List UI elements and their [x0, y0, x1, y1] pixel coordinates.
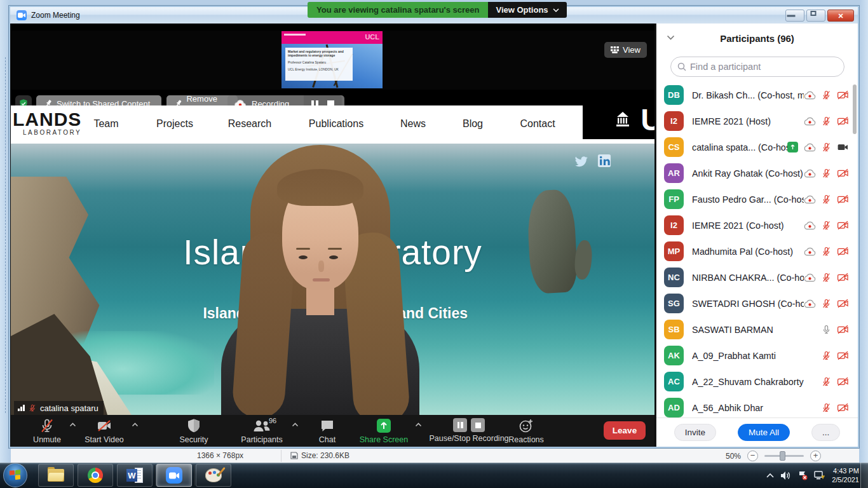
participant-row[interactable]: AK A_09_Prabhat Kamti	[656, 342, 858, 369]
participant-row[interactable]: FP Fausto Pedro Gar... (Co-host)	[656, 186, 858, 212]
person-eye	[299, 255, 308, 259]
more-options-button[interactable]: ...	[811, 424, 840, 441]
video-off-icon	[837, 403, 849, 412]
participant-row[interactable]: AD A_56_Abhik Dhar	[656, 395, 858, 417]
start-button[interactable]	[3, 463, 27, 487]
chevron-up-icon[interactable]	[292, 423, 299, 427]
nav-item-team[interactable]: Team	[93, 118, 118, 130]
slide-background: Market and regulatory prospects and impe…	[281, 44, 383, 88]
participant-row[interactable]: DB Dr. Bikash Ch... (Co-host, me)	[656, 82, 858, 108]
unmute-button[interactable]: Unmute	[22, 418, 72, 444]
zoom-level: 50%	[726, 452, 741, 461]
participant-name: NIRBAN CHAKRA... (Co-host)	[692, 273, 804, 283]
participant-row[interactable]: SG SWETADRI GHOSH (Co-host)	[656, 290, 858, 316]
nav-item-research[interactable]: Research	[228, 118, 271, 130]
view-options-button[interactable]: View Options	[488, 2, 566, 18]
chevron-up-icon[interactable]	[415, 423, 422, 427]
participant-row[interactable]: MP Madhumita Pal (Co-host)	[656, 238, 858, 264]
windows-logo-icon	[10, 470, 21, 481]
participant-name: SWETADRI GHOSH (Co-host)	[692, 299, 804, 309]
chevron-up-icon[interactable]	[69, 423, 76, 427]
avatar: FP	[664, 189, 684, 209]
mute-all-button[interactable]: Mute All	[738, 424, 790, 441]
participant-row[interactable]: I2 IEMRE 2021 (Host)	[656, 108, 858, 134]
mic-muted-icon	[822, 90, 831, 100]
participant-row[interactable]: SB SASWATI BARMAN	[656, 316, 858, 342]
recording-cloud-icon	[804, 299, 816, 308]
taskbar-zoom-button[interactable]	[156, 464, 192, 487]
participant-row[interactable]: I2 IEMRE 2021 (Co-host)	[656, 212, 858, 238]
stop-recording-icon[interactable]	[471, 418, 485, 432]
taskbar-paint-button[interactable]	[196, 464, 231, 487]
clock-time: 4:43 PM	[832, 466, 859, 475]
ucl-dome-icon	[616, 112, 630, 127]
nav-item-blog[interactable]: Blog	[463, 118, 483, 130]
nav-item-news[interactable]: News	[400, 118, 426, 130]
zoom-slider[interactable]	[764, 455, 804, 457]
speaker-name: catalina spataru	[40, 403, 98, 413]
participants-footer: Invite Mute All ...	[656, 417, 858, 447]
view-button[interactable]: View	[604, 42, 647, 58]
participant-row[interactable]: CS catalina spata... (Co-host)	[656, 134, 858, 160]
invite-button[interactable]: Invite	[674, 424, 716, 441]
panel-scrollbar[interactable]	[853, 85, 857, 134]
twitter-icon[interactable]	[574, 154, 588, 168]
taskbar-separator	[194, 465, 194, 485]
show-desktop-button[interactable]	[860, 463, 868, 488]
participants-button[interactable]: 96 Participants	[234, 418, 289, 444]
volume-icon[interactable]	[780, 471, 791, 480]
close-button[interactable]: ✕	[827, 10, 854, 22]
minimize-button[interactable]	[785, 10, 804, 22]
chat-icon	[320, 418, 335, 433]
avatar: AD	[664, 398, 684, 417]
chevron-up-icon[interactable]	[132, 423, 139, 427]
screen-viewing-banner: You are viewing catalina spataru's scree…	[308, 2, 567, 18]
linkedin-icon[interactable]	[597, 154, 611, 168]
action-center-flag-icon[interactable]	[797, 470, 808, 480]
search-input[interactable]	[690, 62, 830, 72]
participants-panel: Participants (96) DB Dr. Bikash Ch... (C…	[656, 24, 858, 447]
participant-name: Ankit Ray Ghatak (Co-host)	[692, 168, 804, 179]
leave-button[interactable]: Leave	[604, 421, 646, 440]
video-off-icon	[837, 351, 849, 360]
invite-label: Invite	[685, 428, 705, 437]
taskbar-word-button[interactable]: W	[117, 464, 153, 487]
shared-screen-thumbnail[interactable]: UCL Market and regulatory prospects and …	[281, 31, 383, 88]
slide-header-band: UCL	[281, 31, 383, 44]
chat-button[interactable]: Chat	[309, 418, 345, 444]
person-eye	[329, 255, 338, 259]
participant-search[interactable]	[670, 57, 844, 77]
speaker-name-label: catalina spataru	[14, 401, 104, 415]
hidden-icons-chevron[interactable]	[766, 473, 774, 478]
pause-stop-recording-button[interactable]: Pause/Stop Recording	[423, 418, 515, 443]
nav-item-contact[interactable]: Contact	[520, 118, 555, 130]
taskbar-clock[interactable]: 4:43 PM 2/5/2021	[832, 466, 859, 484]
network-warning-icon[interactable]	[814, 470, 825, 480]
share-screen-button[interactable]: Share Screen	[355, 418, 412, 444]
zoom-out-button[interactable]: −	[747, 451, 758, 461]
maximize-button[interactable]	[806, 10, 825, 22]
viewing-text: You are viewing catalina spataru's scree…	[308, 2, 488, 18]
mic-muted-icon	[822, 116, 831, 126]
nav-item-projects[interactable]: Projects	[156, 118, 193, 130]
avatar: AR	[664, 163, 684, 183]
website-logo: LANDS LABORATORY	[13, 110, 81, 136]
more-label: ...	[822, 428, 829, 437]
reactions-button[interactable]: Reactions	[505, 418, 547, 444]
recording-cloud-icon	[804, 247, 816, 256]
zoom-slider-thumb[interactable]	[780, 451, 785, 461]
participant-row[interactable]: AR Ankit Ray Ghatak (Co-host)	[656, 160, 858, 186]
paint-zoom-control: 50% − +	[726, 451, 821, 461]
participant-row[interactable]: NC NIRBAN CHAKRA... (Co-host)	[656, 264, 858, 290]
taskbar-chrome-button[interactable]	[78, 464, 113, 487]
security-button[interactable]: Security	[170, 418, 218, 444]
taskbar-explorer-button[interactable]	[38, 464, 74, 487]
zoom-in-button[interactable]: +	[810, 451, 821, 461]
nav-item-publications[interactable]: Publications	[309, 118, 363, 130]
paint-status-bar: 868 × 488px Size: 230.6KB 50% − +	[11, 448, 859, 463]
start-video-button[interactable]: Start Video	[79, 418, 129, 444]
file-size: Size: 230.6KB	[301, 451, 349, 460]
participant-row[interactable]: AC A_22_Shuvam Chakraborty	[656, 369, 858, 395]
nav-item-label: Contact	[520, 118, 555, 129]
pause-recording-icon[interactable]	[453, 418, 467, 432]
